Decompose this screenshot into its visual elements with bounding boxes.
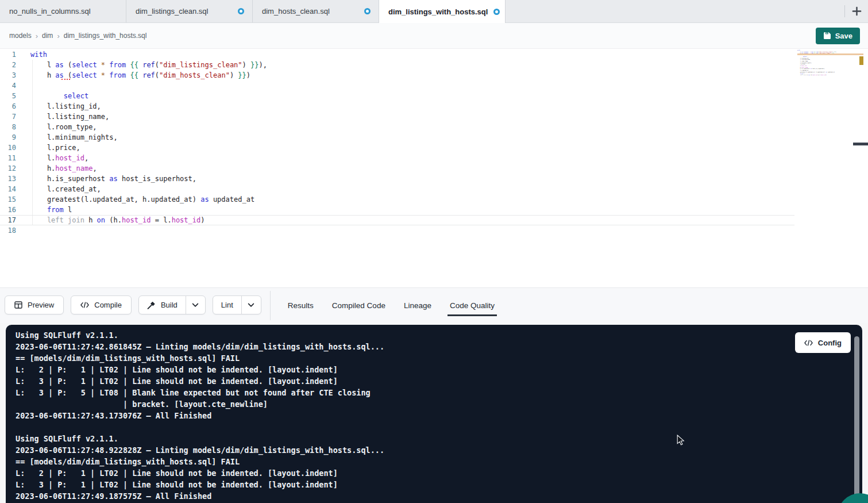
panel-tab-label: Compiled Code	[332, 301, 385, 310]
line-number: 15	[0, 194, 23, 205]
line-number: 5	[0, 91, 23, 101]
tab-code-quality[interactable]: Code Quality	[450, 288, 495, 323]
terminal-text: Using SQLFluff v2.1.1. 2023-06-06T11:27:…	[6, 325, 862, 502]
code-line[interactable]: 11 l.host_id,	[0, 153, 868, 163]
code-line[interactable]: 13 h.is_superhost as host_is_superhost,	[0, 174, 868, 184]
modified-dot-icon	[493, 9, 500, 15]
code-icon	[80, 302, 89, 308]
line-number: 17	[0, 215, 23, 225]
code-text: left join h on (h.host_id = l.host_id)	[23, 215, 205, 225]
editor-tabs: no_nulls_in_columns.sqldim_listings_clea…	[0, 0, 506, 22]
code-line[interactable]: 1with	[0, 49, 868, 60]
code-icon	[804, 340, 813, 346]
code-line[interactable]: 14 l.created_at,	[0, 184, 868, 194]
code-line[interactable]: 7 l.listing_name,	[0, 112, 868, 122]
tabbar-spacer	[506, 0, 844, 22]
hammer-icon	[147, 301, 156, 309]
code-text: l.host_id,	[23, 153, 88, 163]
code-line[interactable]: 6 l.listing_id,	[0, 101, 868, 112]
code-lines: 1with2 l as (select * from {{ ref("dim_l…	[0, 49, 868, 236]
breadcrumb: models›dim›dim_listings_with_hosts.sql	[9, 32, 146, 40]
preview-button-label: Preview	[28, 301, 54, 309]
build-button[interactable]: Build	[139, 296, 186, 314]
chevron-down-icon	[248, 303, 254, 308]
lint-button[interactable]: Lint	[213, 296, 241, 314]
code-text: l as (select * from {{ ref("dim_listings…	[23, 60, 267, 70]
terminal-scrollbar[interactable]	[854, 336, 859, 503]
save-button[interactable]: Save	[816, 28, 860, 44]
lint-dropdown-button[interactable]	[241, 296, 261, 314]
plus-icon	[852, 6, 862, 16]
code-editor[interactable]: 1with2 l as (select * from {{ ref("dim_l…	[0, 49, 868, 287]
line-number: 16	[0, 205, 23, 215]
minimap-warning-band	[797, 53, 863, 55]
code-text: l.room_type,	[23, 122, 97, 132]
lint-button-label: Lint	[221, 301, 233, 309]
chevron-right-icon: ›	[36, 32, 38, 40]
line-number: 2	[0, 60, 23, 70]
code-line[interactable]: 18	[0, 225, 868, 236]
compile-button-label: Compile	[94, 301, 122, 309]
code-line[interactable]: 8 l.room_type,	[0, 122, 868, 132]
code-line[interactable]: 17 left join h on (h.host_id = l.host_id…	[0, 215, 868, 225]
code-line[interactable]: 9 l.minimum_nights,	[0, 132, 868, 143]
breadcrumb-segment[interactable]: dim_listings_with_hosts.sql	[64, 32, 147, 40]
code-line[interactable]: 12 h.host_name,	[0, 163, 868, 174]
code-text: h as (select * from {{ ref("dim_hosts_cl…	[23, 70, 250, 80]
lint-squiggle	[61, 78, 70, 80]
line-number: 9	[0, 132, 23, 143]
compile-button[interactable]: Compile	[71, 295, 132, 314]
code-line[interactable]: 10 l.price,	[0, 143, 868, 153]
line-number: 4	[0, 80, 23, 91]
code-text: l.listing_id,	[23, 101, 101, 112]
file-path-bar: models›dim›dim_listings_with_hosts.sql S…	[0, 23, 868, 49]
build-button-label: Build	[161, 301, 178, 309]
tab-label: no_nulls_in_columns.sql	[9, 7, 91, 16]
editor-tab-dim-listings-with-hosts[interactable]: dim_listings_with_hosts.sql	[379, 0, 506, 23]
code-line[interactable]: 3 h as (select * from {{ ref("dim_hosts_…	[0, 70, 868, 80]
tab-label: dim_listings_clean.sql	[136, 7, 208, 16]
build-dropdown-button[interactable]	[186, 296, 205, 314]
code-text	[23, 80, 30, 91]
save-icon	[823, 32, 831, 40]
code-text: l.price,	[23, 143, 80, 153]
breadcrumb-segment[interactable]: dim	[42, 32, 53, 40]
panel-tabs: ResultsCompiled CodeLineageCode Quality	[288, 288, 495, 323]
code-text	[23, 225, 30, 236]
new-tab-button[interactable]	[845, 0, 868, 22]
config-button[interactable]: Config	[795, 332, 851, 353]
code-line[interactable]: 5 select	[0, 91, 868, 101]
line-number: 8	[0, 122, 23, 132]
tab-results[interactable]: Results	[288, 288, 314, 323]
code-text: l.minimum_nights,	[23, 132, 118, 143]
line-number: 1	[0, 49, 23, 60]
panel-tab-label: Lineage	[404, 301, 431, 310]
code-line[interactable]: 2 l as (select * from {{ ref("dim_listin…	[0, 60, 868, 70]
code-line[interactable]: 16 from l	[0, 205, 868, 215]
breadcrumb-segment[interactable]: models	[9, 32, 32, 40]
preview-button[interactable]: Preview	[5, 295, 64, 314]
modified-dot-icon	[238, 8, 244, 14]
panel-toolbar: PreviewCompileBuildLint ResultsCompiled …	[0, 287, 868, 323]
code-text: greatest(l.updated_at, h.updated_at) as …	[23, 194, 254, 205]
tab-compiled-code[interactable]: Compiled Code	[332, 288, 385, 323]
line-number: 3	[0, 70, 23, 80]
code-text: with	[23, 49, 47, 60]
panel-tab-label: Code Quality	[450, 301, 495, 310]
toolbar-divider	[270, 291, 271, 320]
modified-dot-icon	[364, 8, 371, 14]
panel-tab-label: Results	[288, 301, 314, 310]
line-number: 12	[0, 163, 23, 174]
code-line[interactable]: 15 greatest(l.updated_at, h.updated_at) …	[0, 194, 868, 205]
editor-tab-dim-listings-clean[interactable]: dim_listings_clean.sql	[126, 0, 253, 22]
code-text: h.host_name,	[23, 163, 97, 174]
code-text: select	[23, 91, 88, 101]
build-split-button: Build	[138, 295, 206, 314]
editor-tab-dim-hosts-clean[interactable]: dim_hosts_clean.sql	[253, 0, 379, 22]
tab-lineage[interactable]: Lineage	[404, 288, 431, 323]
code-text: from l	[23, 205, 72, 215]
terminal-output[interactable]: Using SQLFluff v2.1.1. 2023-06-06T11:27:…	[6, 325, 862, 503]
line-number: 14	[0, 184, 23, 194]
code-line[interactable]: 4	[0, 80, 868, 91]
editor-tab-no-nulls-in-columns[interactable]: no_nulls_in_columns.sql	[0, 0, 126, 22]
